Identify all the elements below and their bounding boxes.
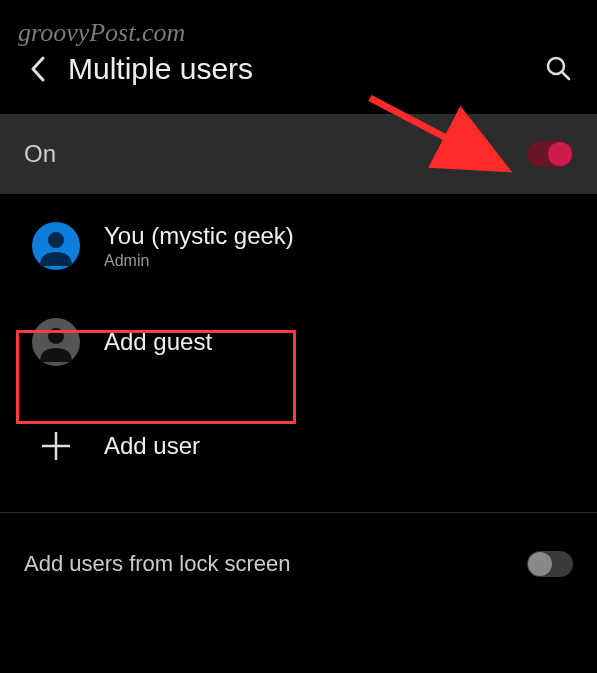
current-user-text: You (mystic geek) Admin [104,222,565,270]
add-user-text: Add user [104,432,565,460]
main-toggle-label: On [24,140,56,168]
current-user-name: You (mystic geek) [104,222,565,250]
svg-point-3 [48,328,64,344]
search-icon[interactable] [545,55,573,83]
plus-icon [32,422,80,470]
lock-screen-label: Add users from lock screen [24,551,291,577]
svg-point-2 [48,232,64,248]
page-title: Multiple users [68,52,529,86]
user-avatar-icon [32,222,80,270]
header-bar: Multiple users [0,0,597,114]
current-user-row[interactable]: You (mystic geek) Admin [0,202,597,290]
svg-line-1 [562,72,569,79]
lock-screen-row[interactable]: Add users from lock screen [0,527,597,601]
add-guest-label: Add guest [104,328,565,356]
add-user-row[interactable]: Add user [0,394,597,498]
main-toggle[interactable] [527,141,573,167]
back-icon[interactable] [24,55,52,83]
divider [0,512,597,513]
add-user-label: Add user [104,432,565,460]
main-toggle-row[interactable]: On [0,114,597,194]
current-user-role: Admin [104,252,565,270]
toggle-thumb [548,142,572,166]
lock-screen-toggle[interactable] [527,551,573,577]
guest-avatar-icon [32,318,80,366]
add-guest-row[interactable]: Add guest [0,290,597,394]
add-guest-text: Add guest [104,328,565,356]
lock-screen-toggle-thumb [528,552,552,576]
